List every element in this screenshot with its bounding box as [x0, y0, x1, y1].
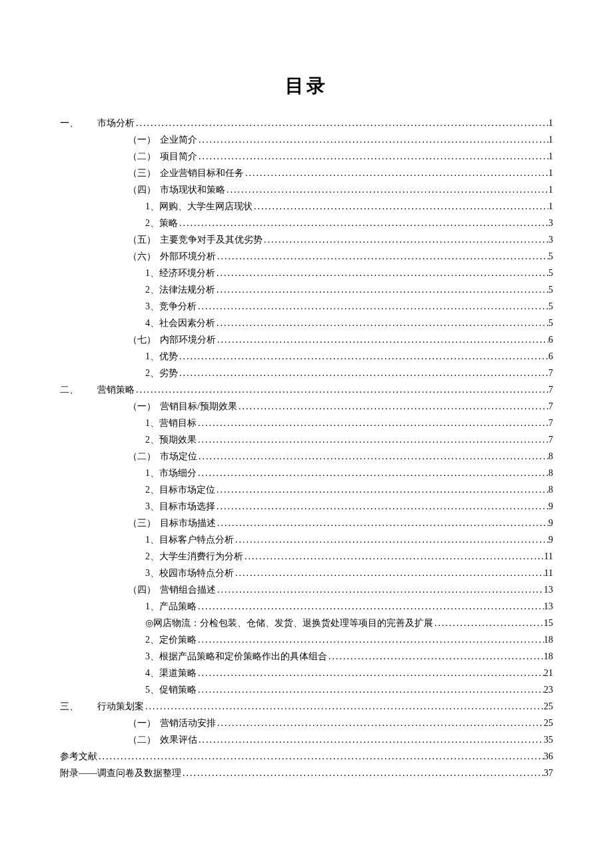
toc-entry-text: 营销组合描述 — [160, 581, 216, 598]
toc-entry-prefix: 2、 — [145, 631, 159, 648]
toc-leader-dots — [135, 115, 548, 131]
toc-entry-page: 35 — [544, 731, 553, 748]
toc-entry-text: 大学生消费行为分析 — [159, 548, 243, 565]
toc-entry-page: 8 — [548, 481, 553, 498]
toc-entry-prefix: 3、 — [145, 648, 159, 665]
toc-entry-page: 9 — [548, 531, 553, 548]
toc-entry-text: 附录——调查问卷及数据整理 — [60, 765, 181, 781]
toc-entry-prefix: 2、 — [145, 431, 159, 448]
toc-title: 目录 — [60, 73, 553, 99]
toc-entry: （三）企业营销目标和任务1 — [60, 165, 553, 181]
toc-entry: （一）企业简介1 — [60, 131, 553, 148]
toc-entry-prefix: 2、 — [145, 481, 159, 498]
toc-entry-prefix: 1、 — [145, 265, 159, 281]
toc-entry-prefix: ◎ — [145, 615, 153, 631]
toc-leader-dots — [197, 131, 548, 148]
toc-entry-prefix: 1、 — [145, 531, 159, 548]
toc-entry-page: 8 — [548, 448, 553, 465]
toc-entry-text: 内部环境分析 — [160, 331, 216, 348]
toc-entry-prefix: 1、 — [145, 598, 159, 615]
toc-entry: 1、优势6 — [60, 348, 553, 365]
toc-entry-page: 11 — [544, 548, 553, 565]
toc-entry-prefix: 2、 — [145, 281, 159, 298]
toc-leader-dots — [197, 448, 548, 465]
toc-entry: 3、校园市场特点分析11 — [60, 565, 553, 581]
toc-entry-text: 目标客户特点分析 — [159, 531, 234, 548]
toc-entry: 2、定价策略18 — [60, 631, 553, 648]
toc-leader-dots — [253, 198, 548, 215]
toc-entry: 1、网购、大学生网店现状1 — [60, 198, 553, 215]
toc-entry-page: 9 — [548, 515, 553, 531]
toc-entry-text: 效果评估 — [160, 731, 197, 748]
toc-entry-page: 5 — [548, 265, 553, 281]
toc-leader-dots — [225, 181, 548, 198]
toc-entry: 1、市场细分8 — [60, 465, 553, 481]
toc-entry: （六）外部环境分析5 — [60, 248, 553, 265]
toc-leader-dots — [215, 281, 548, 298]
toc-entry-text: 策略 — [159, 215, 178, 231]
toc-entry-text: 项目简介 — [160, 148, 197, 165]
toc-entry-text: 市场现状和策略 — [160, 181, 225, 198]
toc-entry-prefix: 2、 — [145, 215, 159, 231]
toc-entry: 一、市场分析1 — [60, 115, 553, 131]
toc-entry-prefix: （一） — [128, 715, 160, 731]
toc-entry-prefix: （五） — [128, 231, 160, 248]
toc-leader-dots — [178, 215, 548, 231]
toc-entry-prefix: 二、 — [60, 381, 97, 398]
toc-entry: （一）营销目标/预期效果7 — [60, 398, 553, 415]
toc-entry-text: 定价策略 — [159, 631, 197, 648]
toc-leader-dots — [197, 681, 544, 698]
toc-entry-text: 劣势 — [159, 365, 178, 381]
toc-entry-text: 企业简介 — [160, 131, 197, 148]
toc-entry-page: 9 — [548, 498, 553, 515]
toc-entry-text: 目标市场描述 — [160, 515, 216, 531]
toc-entry-prefix: 1、 — [145, 465, 159, 481]
toc-entry-prefix: 5、 — [145, 681, 159, 698]
toc-entry-page: 7 — [548, 398, 553, 415]
toc-entry: 5、促销策略23 — [60, 681, 553, 698]
toc-leader-dots — [197, 298, 548, 315]
toc-entry-text: 竞争分析 — [159, 298, 197, 315]
toc-leader-dots — [197, 465, 548, 481]
toc-entry-prefix: 2、 — [145, 548, 159, 565]
toc-entry: 1、营销目标7 — [60, 415, 553, 431]
toc-entry: （二）项目简介1 — [60, 148, 553, 165]
toc-entry: （三）目标市场描述9 — [60, 515, 553, 531]
toc-entry-prefix: 三、 — [60, 698, 97, 715]
toc-leader-dots — [216, 248, 548, 265]
toc-entry-page: 1 — [548, 198, 553, 215]
toc-leader-dots — [215, 498, 548, 515]
toc-leader-dots — [197, 731, 544, 748]
toc-entry: 参考文献36 — [60, 748, 553, 765]
toc-entry: 4、渠道策略21 — [60, 665, 553, 681]
toc-entry: （二）效果评估35 — [60, 731, 553, 748]
toc-leader-dots — [197, 148, 548, 165]
toc-entry-page: 8 — [548, 465, 553, 481]
toc-entry-prefix: 一、 — [60, 115, 97, 131]
toc-entry-text: 参考文献 — [60, 748, 97, 765]
toc-entry-prefix: 3、 — [145, 498, 159, 515]
toc-entry-prefix: 1、 — [145, 348, 159, 365]
toc-entry-prefix: （二） — [128, 148, 160, 165]
toc-entry: （四）营销组合描述13 — [60, 581, 553, 598]
toc-leader-dots — [216, 515, 548, 531]
toc-entry-text: 预期效果 — [159, 431, 197, 448]
toc-leader-dots — [197, 431, 548, 448]
toc-entry-text: 优势 — [159, 348, 178, 365]
toc-entry-prefix: （三） — [128, 165, 160, 181]
toc-entry: （五）主要竞争对手及其优劣势3 — [60, 231, 553, 248]
toc-entry-text: 校园市场特点分析 — [159, 565, 234, 581]
toc-entry: ◎ 网店物流：分检包装、仓储、发货、退换货处理等项目的完善及扩展15 — [60, 615, 553, 631]
toc-leader-dots — [234, 565, 544, 581]
toc-entry-text: 渠道策略 — [159, 665, 197, 681]
toc-leader-dots — [234, 531, 548, 548]
toc-leader-dots — [181, 765, 544, 781]
toc-entry-page: 18 — [544, 648, 553, 665]
toc-entry: （七）内部环境分析6 — [60, 331, 553, 348]
toc-entry-prefix: （一） — [128, 131, 160, 148]
toc-entry-page: 3 — [548, 215, 553, 231]
toc-entry-text: 根据产品策略和定价策略作出的具体组合 — [159, 648, 327, 665]
toc-entry: （二）市场定位8 — [60, 448, 553, 465]
toc-entry: 2、预期效果7 — [60, 431, 553, 448]
toc-leader-dots — [216, 715, 544, 731]
